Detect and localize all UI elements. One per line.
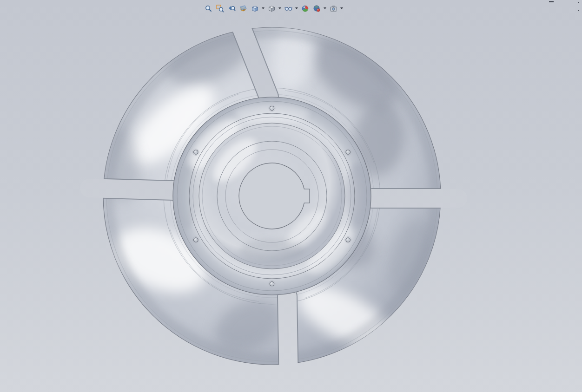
bolt-hole xyxy=(192,237,199,243)
hide-show-items-dropdown[interactable] xyxy=(294,4,298,13)
zoom-to-fit-icon xyxy=(205,5,212,13)
view-settings-icon xyxy=(330,5,337,13)
display-style-dropdown[interactable] xyxy=(278,4,282,13)
display-style-icon xyxy=(268,5,276,13)
chevron-down-icon xyxy=(340,7,343,9)
previous-view-icon xyxy=(228,5,236,13)
apply-scene-icon xyxy=(313,5,321,13)
view-orientation-button[interactable] xyxy=(250,4,260,13)
bolt-hole xyxy=(192,149,199,156)
chevron-down-icon xyxy=(278,7,281,9)
bolt-hole xyxy=(345,237,351,243)
edit-appearance-icon xyxy=(301,5,309,13)
zoom-to-fit-button[interactable] xyxy=(204,4,213,13)
section-view-button[interactable] xyxy=(238,4,248,13)
edit-appearance-button[interactable] xyxy=(300,4,310,13)
bolt-hole xyxy=(345,149,351,156)
window-control-artifact[interactable] xyxy=(578,2,581,4)
display-style-button[interactable] xyxy=(267,4,277,13)
apply-scene-button[interactable] xyxy=(312,4,322,13)
view-orientation-dropdown[interactable] xyxy=(261,4,265,13)
window-control-artifact[interactable] xyxy=(549,1,554,2)
section-view-icon xyxy=(239,5,247,13)
heads-up-toolbar xyxy=(204,3,344,14)
view-settings-dropdown[interactable] xyxy=(339,4,344,13)
zoom-to-area-button[interactable] xyxy=(215,4,225,13)
previous-view-button[interactable] xyxy=(227,4,237,13)
hide-show-items-icon xyxy=(284,5,292,13)
viewport-canvas[interactable] xyxy=(0,0,582,392)
bolt-hole xyxy=(269,105,275,111)
chevron-down-icon xyxy=(262,7,265,9)
hide-show-items-button[interactable] xyxy=(284,4,293,13)
view-settings-button[interactable] xyxy=(329,4,338,13)
hub xyxy=(173,97,371,295)
chevron-down-icon xyxy=(295,7,298,9)
apply-scene-dropdown[interactable] xyxy=(323,4,327,13)
chevron-down-icon xyxy=(324,7,326,9)
bolt-hole xyxy=(269,281,275,287)
zoom-to-area-icon xyxy=(216,5,224,13)
view-orientation-icon xyxy=(251,5,259,13)
